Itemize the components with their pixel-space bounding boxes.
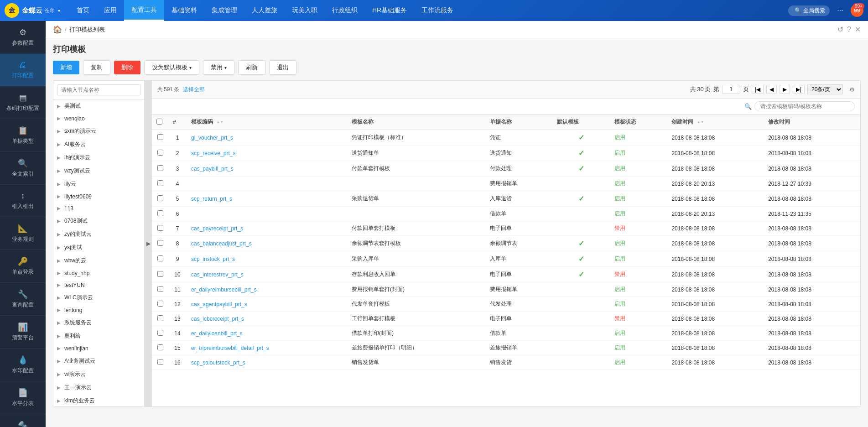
tree-item-wenqiao[interactable]: ▶ wenqiao — [53, 113, 144, 125]
first-page-button[interactable]: |◀ — [752, 85, 764, 94]
sidebar-item-query[interactable]: 🔧 查询配置 — [0, 283, 46, 316]
tree-item-113[interactable]: ▶ 113 — [53, 203, 144, 214]
sidebar-item-watermark[interactable]: 💧 水印配置 — [0, 349, 46, 381]
tree-item-lh[interactable]: ▶ lh的演示云 — [53, 151, 144, 164]
nav-basic-data[interactable]: 基础资料 — [164, 0, 204, 21]
row-code[interactable]: er_tripreimbursebill_detail_prt_s — [187, 341, 347, 355]
panel-collapse-toggle[interactable]: ▶ — [145, 81, 152, 406]
tree-item-lentong[interactable]: ▶ lentong — [53, 304, 144, 316]
breadcrumb-refresh-icon[interactable]: ↺ — [837, 25, 843, 34]
breadcrumb-close-icon[interactable]: ✕ — [855, 25, 861, 34]
tree-item-ai[interactable]: ▶ AI服务云 — [53, 138, 144, 151]
row-checkbox[interactable] — [157, 286, 163, 292]
logo-area[interactable]: 金 金蝶云 苍穹 ▾ — [5, 3, 60, 18]
row-checkbox[interactable] — [157, 180, 163, 186]
copy-button[interactable]: 复制 — [83, 60, 110, 75]
exit-button[interactable]: 退出 — [269, 60, 296, 75]
row-checkbox[interactable] — [157, 134, 163, 140]
tree-item-sxm[interactable]: ▶ sxm的演示云 — [53, 125, 144, 138]
nav-workflow[interactable]: 工作流服务 — [414, 0, 461, 21]
header-bill-name[interactable]: 单据名称 — [485, 115, 553, 130]
row-checkbox[interactable] — [157, 255, 163, 261]
row-code[interactable]: scp_instock_prt_s — [187, 251, 347, 267]
row-checkbox[interactable] — [157, 271, 163, 277]
tree-item-abiz[interactable]: ▶ A业务测试云 — [53, 354, 144, 368]
row-code[interactable]: scp_receive_prt_s — [187, 146, 347, 161]
sidebar-item-filter[interactable]: 🔩 过滤方案配置 — [0, 414, 46, 427]
row-code[interactable]: cas_balanceadjust_prt_s — [187, 236, 347, 251]
tree-item-sys[interactable]: ▶ 系统服务云 — [53, 316, 144, 329]
row-code[interactable]: cas_payreceipt_prt_s — [187, 221, 347, 236]
sidebar-item-print[interactable]: 🖨 打印配置 — [0, 54, 46, 86]
row-checkbox[interactable] — [157, 150, 163, 156]
refresh-button[interactable]: 刷新 — [238, 60, 265, 75]
row-code[interactable]: er_dailyloanbill_prt_s — [187, 326, 347, 341]
nav-travel[interactable]: 人人差旅 — [244, 0, 285, 21]
breadcrumb-help-icon[interactable]: ? — [847, 26, 851, 34]
nav-integration[interactable]: 集成管理 — [204, 0, 244, 21]
delete-button[interactable]: 删除 — [114, 61, 140, 74]
row-checkbox[interactable] — [157, 315, 163, 321]
tree-item-wuceshi[interactable]: ▶ 吴测试 — [53, 99, 144, 113]
row-checkbox[interactable] — [157, 225, 163, 231]
tree-item-wlc[interactable]: ▶ WLC演示云 — [53, 291, 144, 304]
sidebar-item-biz-rule[interactable]: 📐 业务规则 — [0, 217, 46, 250]
header-code[interactable]: 模板编码 ▲▼ — [187, 115, 347, 130]
row-checkbox[interactable] — [157, 210, 163, 216]
row-code[interactable]: cas_paybill_prt_s — [187, 161, 347, 177]
row-checkbox[interactable] — [157, 301, 163, 307]
set-default-button[interactable]: 设为默认模板 ▾ — [144, 60, 199, 75]
row-code[interactable]: gl_voucher_prt_s — [187, 130, 347, 146]
disable-button[interactable]: 禁用 ▾ — [203, 60, 234, 75]
row-code[interactable]: cas_icbcreceipt_prt_s — [187, 312, 347, 326]
row-code[interactable]: scp_return_prt_s — [187, 191, 347, 207]
select-all-link[interactable]: 选择全部 — [183, 86, 205, 94]
row-checkbox[interactable] — [157, 240, 163, 246]
tree-item-kim[interactable]: ▶ kim的业务云 — [53, 394, 144, 404]
more-icon[interactable]: ··· — [833, 4, 847, 17]
page-number-input[interactable] — [722, 85, 740, 94]
row-code[interactable]: cas_agentpaybill_prt_s — [187, 297, 347, 312]
sidebar-item-barcode[interactable]: ▤ 条码打印配置 — [0, 86, 46, 119]
tree-item-wl[interactable]: ▶ wl演示云 — [53, 368, 144, 381]
tree-item-study[interactable]: ▶ study_hhp — [53, 267, 144, 279]
table-search-input[interactable] — [754, 101, 855, 111]
nav-onboard[interactable]: 玩美入职 — [285, 0, 325, 21]
row-code[interactable] — [187, 177, 347, 191]
new-button[interactable]: 新增 — [53, 61, 79, 74]
row-code[interactable]: er_dailyreimbursebill_prt_s — [187, 282, 347, 297]
row-code[interactable]: scp_saloutstock_prt_s — [187, 355, 347, 370]
page-size-select[interactable]: 20条/页 50条/页 100条/页 — [807, 84, 843, 94]
nav-app[interactable]: 应用 — [97, 0, 124, 21]
logo-dropdown-icon[interactable]: ▾ — [58, 8, 60, 13]
header-create-time[interactable]: 创建时间 ▲▼ — [667, 115, 764, 130]
tree-item-zy[interactable]: ▶ zy的测试云 — [53, 228, 144, 241]
row-checkbox[interactable] — [157, 330, 163, 336]
tree-item-lily[interactable]: ▶ lily云 — [53, 177, 144, 191]
breadcrumb-home[interactable]: 🏠 — [53, 25, 62, 34]
sidebar-item-params[interactable]: ⚙ 参数配置 — [0, 21, 46, 54]
tree-item-wenlinjian[interactable]: ▶ wenlinjian — [53, 343, 144, 354]
row-checkbox[interactable] — [157, 344, 163, 350]
tree-item-0708[interactable]: ▶ 0708测试 — [53, 214, 144, 228]
next-page-button[interactable]: ▶ — [780, 85, 790, 94]
tree-item-testyun[interactable]: ▶ testYUN — [53, 279, 144, 291]
table-settings-icon[interactable]: ⚙ — [849, 86, 855, 93]
nav-config-tools[interactable]: 配置工具 — [124, 0, 164, 21]
row-checkbox[interactable] — [157, 165, 163, 171]
sidebar-item-import-export[interactable]: ↕ 引入引出 — [0, 185, 46, 217]
row-checkbox[interactable] — [157, 195, 163, 201]
tree-item-wangyi[interactable]: ▶ 王一演示云 — [53, 381, 144, 394]
last-page-button[interactable]: ▶| — [793, 85, 805, 94]
tree-item-ysj[interactable]: ▶ ysj测试 — [53, 241, 144, 254]
nav-home[interactable]: 首页 — [69, 0, 97, 21]
sidebar-item-sso[interactable]: 🔑 单点登录 — [0, 250, 46, 283]
tree-item-wbw[interactable]: ▶ wbw的云 — [53, 254, 144, 267]
tree-item-lilytest[interactable]: ▶ lilytest0609 — [53, 191, 144, 203]
global-search[interactable]: 🔍 全局搜索 — [788, 5, 830, 16]
select-all-checkbox[interactable] — [156, 119, 162, 125]
tree-item-wzy[interactable]: ▶ wzy测试云 — [53, 164, 144, 177]
header-name[interactable]: 模板名称 — [347, 115, 485, 130]
row-code[interactable] — [187, 207, 347, 221]
tree-item-aoli[interactable]: ▶ 奥利给 — [53, 329, 144, 343]
